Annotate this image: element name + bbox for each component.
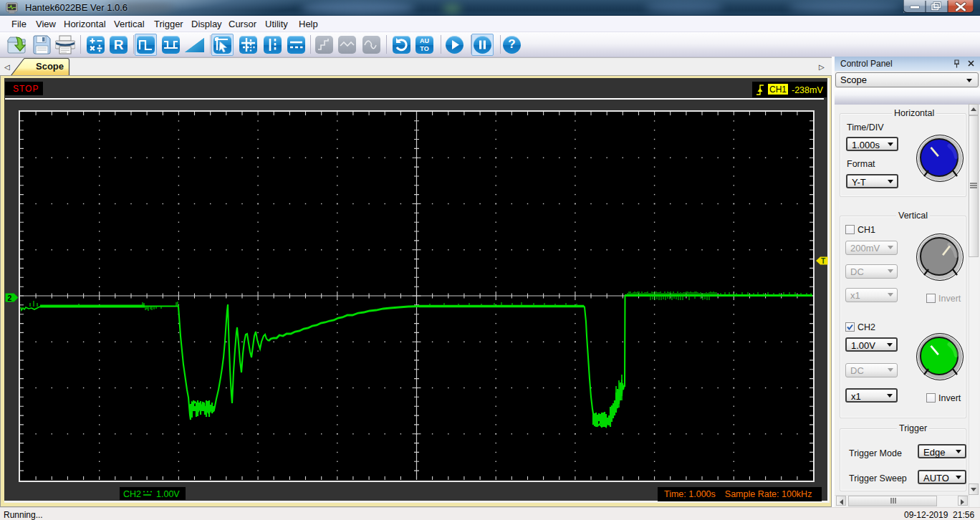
svg-text:2: 2 bbox=[8, 294, 12, 302]
svg-text:CH2: CH2 bbox=[123, 489, 141, 499]
svg-text:1.00V: 1.00V bbox=[156, 489, 180, 499]
svg-text:CH1: CH1 bbox=[769, 85, 787, 95]
svg-text:T: T bbox=[821, 257, 825, 265]
svg-text:-238mV: -238mV bbox=[792, 85, 823, 95]
